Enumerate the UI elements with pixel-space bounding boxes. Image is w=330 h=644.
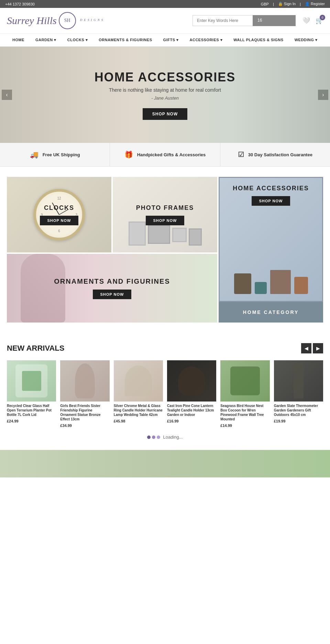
category-grid: 12 3 6 9 CLOCKS SHOP NOW PHOTO FRAMES — [7, 177, 323, 323]
feature-shipping-text: Free UK Shipping — [43, 152, 80, 157]
features-bar: 🚚 Free UK Shipping 🎁 Handpicked Gifts & … — [0, 143, 330, 167]
product-card: Cast Iron Pine Cone Lantern Tealight Can… — [167, 360, 216, 428]
hero-banner: ‹ HOME ACCESSORIES There is nothing like… — [0, 47, 330, 143]
ornaments-shop-btn[interactable]: SHOP NOW — [93, 290, 132, 299]
product-title: Silver Chrome Metal & Glass Ring Candle … — [114, 404, 163, 417]
product-image[interactable] — [220, 360, 270, 402]
photo-frames-label: PHOTO FRAMES — [136, 204, 194, 212]
separator: | — [273, 2, 274, 6]
product-price: £34.99 — [60, 423, 109, 428]
hero-author: - Jane Austen — [95, 95, 236, 101]
product-card: Recycled Clear Glass Half Open Terrarium… — [7, 360, 56, 428]
home-category-label: HOME CATEGORY — [243, 309, 299, 315]
gifts-icon: 🎁 — [124, 150, 133, 159]
feature-guarantee: ☑ 30 Day Satisfaction Guarantee — [220, 143, 330, 166]
wishlist-icon[interactable]: 🤍 — [302, 17, 310, 24]
nav-wedding[interactable]: WEDDING ▾ — [289, 34, 323, 46]
category-home-big: HOME ACCESSORIES SHOP NOW HOME CATEGORY — [219, 177, 323, 323]
nav-home[interactable]: HOME — [7, 34, 30, 46]
products-grid: Recycled Clear Glass Half Open Terrarium… — [7, 360, 323, 428]
shipping-icon: 🚚 — [30, 150, 38, 159]
product-image[interactable] — [7, 360, 56, 402]
home-acc-shop-btn[interactable]: SHOP NOW — [252, 196, 290, 206]
loading-dot-1 — [147, 436, 151, 439]
logo[interactable]: Surrey Hills SH DESIGNS — [7, 12, 192, 29]
footer-preview — [0, 450, 330, 477]
clocks-label: CLOCKS — [44, 204, 74, 212]
loading-dots — [147, 436, 160, 439]
product-image[interactable] — [60, 360, 109, 402]
header: Surrey Hills SH DESIGNS 16 🤍 🛒 0 — [0, 8, 330, 34]
product-title: Cast Iron Pine Cone Lantern Tealight Can… — [167, 404, 216, 417]
cart-icon[interactable]: 🛒 0 — [316, 17, 323, 24]
cart-badge: 0 — [320, 15, 325, 20]
nav-accessories[interactable]: ACCESSORIES ▾ — [184, 34, 228, 46]
hero-content: HOME ACCESSORIES There is nothing like s… — [95, 70, 236, 120]
product-title: Seagrass Bird House Nest Box Cocoon for … — [220, 404, 270, 421]
search-button[interactable]: 16 — [253, 15, 296, 26]
home-category-footer[interactable]: HOME CATEGORY — [219, 302, 323, 323]
nav-wall-plaques[interactable]: WALL PLAQUES & SIGNS — [228, 34, 289, 46]
product-card: Garden Slate Thermometer Garden Gardener… — [274, 360, 323, 428]
guarantee-icon: ☑ — [238, 150, 244, 159]
product-image[interactable] — [167, 360, 216, 402]
clocks-shop-btn[interactable]: SHOP NOW — [40, 216, 79, 225]
register-link[interactable]: 👤 Register — [305, 2, 325, 6]
category-ornaments[interactable]: ORNAMENTS AND FIGURINES SHOP NOW — [7, 254, 217, 323]
main-nav: HOME GARDEN ▾ CLOCKS ▾ ORNAMENTS & FIGUR… — [0, 34, 330, 47]
product-image[interactable] — [114, 360, 163, 402]
hero-shop-button[interactable]: SHOP NOW — [143, 108, 187, 120]
product-price: £45.98 — [114, 419, 163, 423]
feature-guarantee-text: 30 Day Satisfaction Guarantee — [248, 152, 312, 157]
loading-dot-3 — [157, 436, 160, 439]
home-acc-label: HOME ACCESSORIES — [233, 185, 309, 192]
loading-bar: Loading... — [7, 428, 323, 447]
product-card: Silver Chrome Metal & Glass Ring Candle … — [114, 360, 163, 428]
phone-number: +44 1372 309830 — [5, 2, 35, 6]
product-price: £24.99 — [7, 419, 56, 423]
search-input[interactable] — [192, 15, 253, 26]
photo-frames-shop-btn[interactable]: SHOP NOW — [146, 216, 185, 225]
nav-clocks[interactable]: CLOCKS ▾ — [62, 34, 94, 46]
carousel-nav: ◀ ▶ — [301, 343, 323, 353]
hero-prev-button[interactable]: ‹ — [2, 90, 12, 100]
product-price: £19.99 — [274, 419, 323, 423]
hero-title: HOME ACCESSORIES — [95, 70, 236, 84]
section-header: NEW ARRIVALS ◀ ▶ — [7, 343, 323, 353]
category-clocks[interactable]: 12 3 6 9 CLOCKS SHOP NOW — [7, 177, 111, 252]
hero-subtitle: There is nothing like staying at home fo… — [95, 87, 236, 93]
product-card: Girls Best Friends Sister Friendship Fig… — [60, 360, 109, 428]
product-title: Garden Slate Thermometer Garden Gardener… — [274, 404, 323, 417]
feature-gifts: 🎁 Handpicked Gifts & Accessories — [110, 143, 220, 166]
new-arrivals-section: NEW ARRIVALS ◀ ▶ Recycled Clear Glass Ha… — [0, 333, 330, 450]
product-title: Recycled Clear Glass Half Open Terrarium… — [7, 404, 56, 417]
hero-next-button[interactable]: › — [318, 90, 328, 100]
product-title: Girls Best Friends Sister Friendship Fig… — [60, 404, 109, 421]
product-card: Seagrass Bird House Nest Box Cocoon for … — [220, 360, 270, 428]
feature-gifts-text: Handpicked Gifts & Accessories — [137, 152, 206, 157]
feature-shipping: 🚚 Free UK Shipping — [0, 143, 110, 166]
logo-circle: SH — [59, 12, 76, 29]
product-price: £16.99 — [167, 419, 216, 423]
brand-name-text: Surrey Hills — [7, 15, 57, 26]
brand-sub: DESIGNS — [80, 18, 105, 22]
top-bar: +44 1372 309830 GBP | 🔒 Sign In | 👤 Regi… — [0, 0, 330, 8]
search-form: 16 — [192, 15, 296, 26]
sign-in-link[interactable]: 🔒 Sign In — [278, 2, 296, 6]
nav-garden[interactable]: GARDEN ▾ — [30, 34, 62, 46]
ornaments-label: ORNAMENTS AND FIGURINES — [54, 278, 170, 285]
section-title: NEW ARRIVALS — [7, 344, 64, 353]
header-icons: 🤍 🛒 0 — [302, 17, 323, 24]
nav-gifts[interactable]: GIFTS ▾ — [158, 34, 184, 46]
currency-selector[interactable]: GBP — [261, 2, 269, 6]
product-image[interactable] — [274, 360, 323, 402]
loading-text: Loading... — [163, 434, 183, 440]
category-photo-frames[interactable]: PHOTO FRAMES SHOP NOW — [113, 177, 217, 252]
next-arrow[interactable]: ▶ — [313, 343, 323, 353]
prev-arrow[interactable]: ◀ — [301, 343, 311, 353]
product-price: £14.99 — [220, 423, 270, 428]
nav-ornaments[interactable]: ORNAMENTS & FIGURINES — [93, 34, 157, 46]
separator: | — [300, 2, 301, 6]
loading-dot-2 — [152, 436, 155, 439]
